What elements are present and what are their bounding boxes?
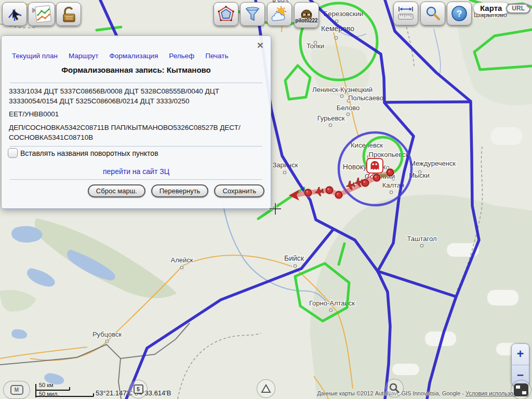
measure-button[interactable] xyxy=(393,2,418,25)
tab-formalization[interactable]: Формализация xyxy=(109,52,158,60)
city-dot xyxy=(105,340,108,342)
route-waypoint[interactable] xyxy=(387,169,394,176)
flight-plan-dialog: × Текущий план Маршрут Формализация Рель… xyxy=(1,35,271,209)
city-dot xyxy=(420,244,423,247)
close-icon[interactable]: × xyxy=(257,40,263,50)
tab-relief[interactable]: Рельеф xyxy=(169,52,194,60)
scale-bar: 50 км 50 мил. xyxy=(34,382,102,399)
city-label: Междуреченск xyxy=(410,159,456,167)
waypoint-highlight xyxy=(375,176,377,178)
divider xyxy=(10,179,262,180)
filter-funnel-icon xyxy=(244,5,261,23)
route-waypoint[interactable] xyxy=(305,190,312,196)
ghost-icon xyxy=(371,161,379,170)
pilot-username: pilot0222 xyxy=(295,18,317,23)
city-dot xyxy=(329,309,332,311)
divider xyxy=(10,83,262,83)
city-label: Полысаево xyxy=(348,94,383,102)
help-button[interactable]: ? xyxy=(447,2,472,25)
map-search-button[interactable] xyxy=(385,379,404,397)
city-dot xyxy=(390,191,392,193)
insert-waypoint-names-checkbox[interactable] xyxy=(8,148,18,158)
key-5-icon: 5 xyxy=(134,384,143,394)
magnifier-icon xyxy=(389,382,400,394)
city-label: Гурьевск xyxy=(317,114,345,122)
city-label: Алейск xyxy=(171,256,193,264)
zc-site-link[interactable]: перейти на сайт ЗЦ xyxy=(2,167,271,176)
open-lock-icon xyxy=(59,4,78,24)
city-dot xyxy=(335,36,337,39)
waypoint-highlight xyxy=(363,181,365,183)
eet-record-line: ЕЕТ/УНВВ0001 xyxy=(9,109,241,119)
city-dot xyxy=(283,171,286,174)
tab-print[interactable]: Печать xyxy=(205,52,228,60)
reset-route-button[interactable]: Сброс марш. xyxy=(88,184,145,197)
filter-button[interactable] xyxy=(240,2,265,26)
waypoint-highlight xyxy=(388,170,390,172)
scale-km-label: 50 км xyxy=(39,382,54,388)
weather-button[interactable] xyxy=(267,2,292,26)
city-dot xyxy=(340,95,343,97)
waypoint-highlight xyxy=(306,191,308,193)
dep-dest-record-line: ДЕП/СОСНОВКА5342С08711В ПАП/КЫТМАНОВО532… xyxy=(9,123,241,142)
dialog-tabs: Текущий план Маршрут Формализация Рельеф… xyxy=(12,52,228,60)
city-label: Топки xyxy=(307,42,324,50)
help-question-icon: ? xyxy=(450,5,468,22)
tab-route[interactable]: Маршрут xyxy=(69,52,99,60)
checkbox-label: Вставлять названия поворотных пунктов xyxy=(20,149,158,157)
legend-book-icon: M xyxy=(10,385,23,395)
hotkey-button[interactable]: 5 xyxy=(129,380,148,398)
map-attribution: Данные карты ©2012 AutoNavi, GIS Innovat… xyxy=(317,390,529,396)
legend-button[interactable]: M xyxy=(3,381,30,399)
fullscreen-button[interactable] xyxy=(511,380,531,399)
search-button[interactable] xyxy=(420,2,445,25)
ruler-measure-icon xyxy=(396,5,415,22)
waypoint-highlight xyxy=(337,193,339,195)
city-dot xyxy=(329,124,331,126)
city-dot xyxy=(180,266,183,269)
triangle-up-icon xyxy=(260,383,272,394)
lock-button[interactable] xyxy=(56,2,81,26)
city-label: Бийск xyxy=(284,254,304,262)
waypoint-highlight xyxy=(327,188,329,190)
plan-chart-icon xyxy=(31,4,52,24)
route-cursor-icon xyxy=(5,5,24,23)
city-label: Таштагол xyxy=(407,235,436,243)
svg-text:?: ? xyxy=(457,9,462,19)
divider xyxy=(10,146,262,147)
dialog-buttons: Сброс марш. Перевернуть Сохранить xyxy=(88,184,264,197)
zones-button[interactable] xyxy=(214,2,238,26)
route-waypoint[interactable] xyxy=(374,175,380,181)
route-record-line: 3333/1034 ДЦТ 5337С08656В/0008 ДЦТ 5328С… xyxy=(9,86,241,106)
weather-sun-cloud-icon xyxy=(270,6,289,22)
fullscreen-icon xyxy=(514,383,528,396)
pan-up-button[interactable] xyxy=(257,379,275,398)
save-button[interactable]: Сохранить xyxy=(214,184,264,197)
search-icon xyxy=(424,5,442,22)
city-label: Ленинск-Кузнецкий xyxy=(312,86,373,94)
pilot-profile-button[interactable]: pilot0222 xyxy=(294,2,319,28)
share-url-button[interactable]: URL xyxy=(506,4,530,14)
dialog-title: Формализованная запись: Кытманово xyxy=(2,65,271,74)
map-type-control: Карта URL xyxy=(474,3,530,14)
city-label: Белово xyxy=(337,104,360,112)
zoom-in-button[interactable]: + xyxy=(512,344,529,365)
tab-current-plan[interactable]: Текущий план xyxy=(12,52,58,60)
scale-mi-label: 50 мил. xyxy=(39,391,59,397)
zone-polygon-icon xyxy=(217,5,235,23)
city-dot xyxy=(347,113,349,115)
map-type-button[interactable]: Карта xyxy=(474,3,509,14)
route-waypoint[interactable] xyxy=(326,187,333,194)
flight-plan-profile-button[interactable] xyxy=(28,2,55,26)
route-edit-tool-button[interactable] xyxy=(2,2,27,26)
insert-waypoint-names-row: Вставлять названия поворотных пунктов xyxy=(8,148,158,158)
route-waypoint[interactable] xyxy=(336,192,342,198)
city-dot xyxy=(294,264,296,267)
reverse-route-button[interactable]: Перевернуть xyxy=(151,184,209,197)
city-label: Рубцовск xyxy=(92,330,122,338)
